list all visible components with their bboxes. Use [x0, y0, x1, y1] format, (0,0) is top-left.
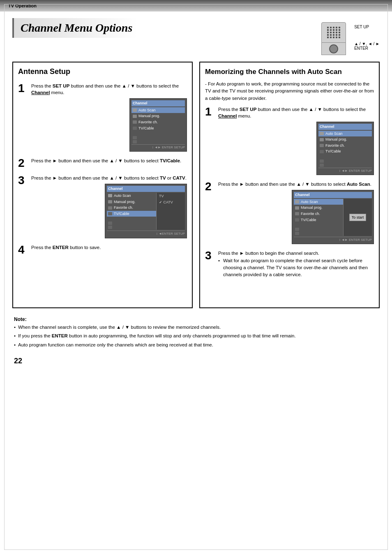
submenu-right: TV CATV: [156, 193, 185, 230]
autoscan-icon-as1: [320, 132, 324, 135]
antenna-step2: 2 Press the ► button and then use the ▲ …: [18, 157, 187, 169]
submenu-left-as2: Auto Scan Manual prog. Favorite ch.: [294, 199, 343, 236]
tvcable-icon-as1: [320, 150, 324, 153]
menu-item-tvcable-as1: TV/Cable: [318, 148, 372, 155]
submenu-row-as2: Auto Scan Manual prog. Favorite ch.: [294, 199, 372, 236]
channel-menu-box-wide: Channel Auto Scan Manual prog.: [105, 184, 187, 238]
favch-icon-as2: [295, 212, 299, 215]
antenna-step3: 3 Press the ► button and then use the ▲ …: [18, 175, 187, 238]
manualprog-icon-as2: [295, 206, 299, 210]
misc-icon-w: [108, 226, 112, 229]
antenna-setup-section: Antenna Setup 1 Press the SET UP button …: [12, 62, 193, 308]
channel-menu-title-as2: Channel: [294, 192, 372, 198]
grid-dots: [327, 27, 341, 38]
autoscan-step3-content: Press the ► button to begin the channel …: [218, 250, 374, 278]
tvcable-icon-1: [133, 127, 137, 130]
section-label: TV Operation: [8, 3, 37, 8]
manualprog-icon-w: [108, 200, 112, 203]
step4-number: 4: [18, 244, 27, 256]
remote-image: [317, 22, 350, 55]
step3-number: 3: [18, 175, 27, 186]
page-content: Channel Menu Options: [0, 12, 392, 378]
tvcable-icon-as2: [295, 218, 299, 222]
manualprog-icon-as1: [320, 138, 324, 141]
menu-item-manualprog-1: Manual prog.: [131, 113, 185, 119]
autoscan-icon-w: [108, 194, 112, 197]
manualprog-icon-1: [133, 115, 137, 118]
step4-content: Press the ENTER button to save.: [31, 244, 187, 251]
auto-scan-section: Memorizing the Channels with Auto Scan -…: [199, 62, 380, 308]
edit-icon-as1: [320, 159, 324, 163]
submenu-row: Auto Scan Manual prog. Favorite ch.: [107, 193, 185, 230]
menu-item-favch-as1: Favorite ch.: [318, 143, 372, 149]
autoscan-step1-content: Press the SET UP button and then use the…: [218, 106, 374, 175]
page-number: 22: [12, 357, 380, 365]
page-title: Channel Menu Options: [12, 18, 137, 38]
menu-item-autoscan-as1: Auto Scan: [318, 131, 372, 137]
note-item-3: Auto program function can memorize only …: [14, 342, 380, 349]
step3-bullet: Wait for auto program to complete the ch…: [218, 257, 374, 279]
step2-content: Press the ► button and then use the ▲ / …: [31, 157, 187, 164]
submenu-right-as2: To start: [343, 199, 372, 236]
submenu-tv: TV: [158, 193, 184, 199]
submenu-left: Auto Scan Manual prog. Favorite ch.: [107, 193, 156, 230]
two-columns: Antenna Setup 1 Press the SET UP button …: [12, 62, 380, 308]
channel-menu-box-as1: Channel Auto Scan Manual prog. Favorite …: [316, 122, 374, 175]
autoscan-step2: 2 Press the ► button and then use the ▲ …: [205, 181, 374, 244]
misc-icon-as1: [320, 164, 324, 167]
step2-number: 2: [18, 157, 27, 169]
step3-main-text: Press the ► button to begin the channel …: [218, 250, 374, 257]
enter-label: ENTER: [354, 46, 380, 51]
tvcable-icon-w: [108, 212, 112, 215]
submenu-catv: CATV: [158, 199, 184, 205]
title-section: Channel Menu Options: [12, 18, 380, 55]
setup-label: SET UP: [354, 25, 380, 29]
menu-item-tvcable-as2: TV/Cable: [294, 217, 343, 223]
note-item-2: If you press the ENTER button in auto pr…: [14, 332, 380, 339]
antenna-step4: 4 Press the ENTER button to save.: [18, 244, 187, 256]
lock-icon-as2: [295, 224, 299, 227]
lock-icon-w: [108, 217, 112, 221]
autoscan-step1-number: 1: [205, 106, 214, 118]
favch-icon-w: [108, 206, 112, 210]
menu-footer-as2: ↕ ◄► ENTER SETUP: [294, 237, 372, 242]
menu-item-tvcable-w: TV/Cable: [107, 211, 156, 217]
autoscan-step2-number: 2: [205, 181, 214, 192]
autoscan-step2-content: Press the ► button and then use the ▲ / …: [218, 181, 374, 244]
menu-item-manualprog-w: Manual prog.: [107, 199, 156, 205]
channel-menu-box-1: Channel Auto Scan Manual prog. Favorite …: [129, 98, 187, 152]
autoscan-icon-1: [133, 108, 137, 112]
menu-item-autoscan-1: Auto Scan: [131, 107, 185, 113]
menu-item-favch-1: Favorite ch.: [131, 119, 185, 125]
edit-icon-w: [108, 222, 112, 225]
step1-number: 1: [18, 83, 27, 94]
autoscan-step3-number: 3: [205, 250, 214, 261]
lock-icon-1: [133, 132, 137, 135]
menu-footer-wide: ↕ ◄ENTER SETUP: [107, 231, 185, 236]
antenna-step1: 1 Press the SET UP button and then use t…: [18, 83, 187, 152]
channel-menu-title-wide: Channel: [107, 186, 185, 192]
menu-footer-as1: ↕ ◄► ENTER SETUP: [318, 168, 372, 173]
misc-icon-as2: [295, 232, 299, 235]
antenna-setup-title: Antenna Setup: [18, 67, 187, 78]
nav-label: ▲ / ▼, ◄ / ►: [354, 42, 380, 46]
menu-item-manualprog-as1: Manual prog.: [318, 136, 372, 143]
favch-icon-1: [133, 120, 137, 124]
remote-diagram: SET UP ▲ / ▼, ◄ / ► ENTER: [317, 22, 380, 55]
menu-item-autoscan-w: Auto Scan: [107, 193, 156, 199]
note-item-1: When the channel search is complete, use…: [14, 324, 380, 331]
channel-menu-box-as2: Channel Auto Scan Manual prog.: [292, 190, 374, 244]
note-title: Note:: [14, 316, 380, 322]
auto-scan-title: Memorizing the Channels with Auto Scan: [205, 67, 374, 76]
step3-content: Press the ► button and then use the ▲ / …: [31, 175, 187, 238]
autoscan-icon-as2: [295, 200, 299, 203]
menu-item-favch-w: Favorite ch.: [107, 205, 156, 211]
lock-icon-as1: [320, 155, 324, 159]
menu-item-autoscan-as2: Auto Scan: [294, 199, 343, 205]
auto-scan-intro: - For Auto program to work, the programm…: [205, 81, 374, 102]
autoscan-step1: 1 Press the SET UP button and then use t…: [205, 106, 374, 175]
channel-menu-title-1: Channel: [131, 100, 185, 106]
menu-item-manualprog-as2: Manual prog.: [294, 205, 343, 211]
misc-icon-1: [133, 140, 137, 143]
menu-footer-1: ↕ ◄► ENTER SETUP: [131, 144, 185, 150]
